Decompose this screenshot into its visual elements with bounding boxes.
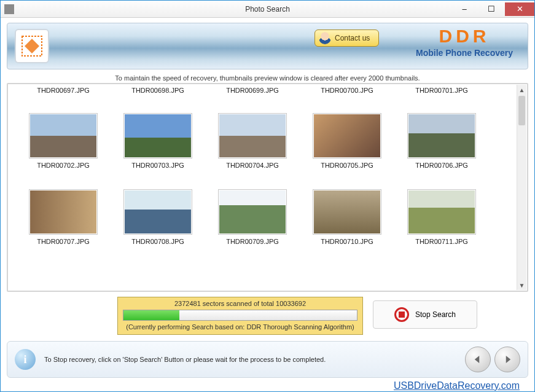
thumbnail-item[interactable]: THDR00702.JPG xyxy=(20,114,106,169)
site-link[interactable]: USBDriveDataRecovery.com xyxy=(7,378,528,391)
thumbnail-image xyxy=(29,114,97,158)
arrow-left-icon xyxy=(472,354,483,365)
thumbnail-item[interactable]: THDR00704.JPG xyxy=(209,114,295,169)
thumbnail-label[interactable]: THDR00697.JPG xyxy=(20,87,106,94)
thumbnail-image xyxy=(408,190,475,234)
thumbnail-item[interactable]: THDR00703.JPG xyxy=(115,114,201,169)
brand-block: DDR Mobile Phone Recovery xyxy=(416,27,513,58)
app-icon xyxy=(4,4,14,14)
thumbnail-label[interactable]: THDR00700.JPG xyxy=(304,87,390,94)
progress-row: 2372481 sectors scanned of total 1003369… xyxy=(7,297,528,335)
titlebar: Photo Search – ☐ ✕ xyxy=(1,1,534,18)
brand-top: DDR xyxy=(416,27,513,45)
footer-hint-text: To Stop recovery, click on 'Stop Search'… xyxy=(44,356,326,363)
stop-search-button[interactable]: Stop Search xyxy=(373,300,477,329)
stop-icon xyxy=(394,307,409,322)
app-logo xyxy=(15,29,49,63)
scrollbar-thumb[interactable] xyxy=(518,96,525,125)
window-title: Photo Search xyxy=(245,5,290,14)
thumbnail-caption: THDR00707.JPG xyxy=(37,238,90,245)
thumbnail-caption: THDR00705.JPG xyxy=(321,162,373,169)
stop-label: Stop Search xyxy=(415,310,456,319)
info-icon: i xyxy=(15,349,36,370)
content-area: Contact us DDR Mobile Phone Recovery To … xyxy=(1,18,534,392)
thumbnail-item[interactable]: THDR00709.JPG xyxy=(209,190,295,245)
thumbnail-image xyxy=(219,190,286,234)
logo-icon xyxy=(21,35,43,57)
thumbnail-caption: THDR00709.JPG xyxy=(226,238,279,245)
contact-us-button[interactable]: Contact us xyxy=(314,29,379,47)
thumbnail-item[interactable]: THDR00711.JPG xyxy=(399,190,485,245)
thumbnail-image xyxy=(29,190,97,234)
thumbnail-item[interactable]: THDR00705.JPG xyxy=(304,114,390,169)
progress-panel: 2372481 sectors scanned of total 1003369… xyxy=(117,297,363,335)
arrow-right-icon xyxy=(502,354,513,365)
thumbnail-label[interactable]: THDR00699.JPG xyxy=(209,87,295,94)
sectors-scanned-text: 2372481 sectors scanned of total 1003369… xyxy=(123,300,357,307)
scroll-up-icon[interactable]: ▲ xyxy=(517,85,526,95)
maximize-button[interactable]: ☐ xyxy=(478,2,505,16)
thumbnail-item[interactable]: THDR00707.JPG xyxy=(20,190,106,245)
close-button[interactable]: ✕ xyxy=(505,2,534,16)
thumbnail-caption: THDR00710.JPG xyxy=(321,238,373,245)
thumbnail-caption: THDR00706.JPG xyxy=(415,162,468,169)
thumbnail-image xyxy=(408,114,475,158)
progress-bar xyxy=(123,310,357,321)
thumbnail-caption: THDR00704.JPG xyxy=(226,162,279,169)
window-buttons: – ☐ ✕ xyxy=(451,2,534,16)
thumbnail-image xyxy=(124,114,192,158)
thumbnail-item[interactable]: THDR00710.JPG xyxy=(304,190,390,245)
thumbnail-image xyxy=(313,114,381,158)
algorithm-text: (Currently performing Search based on: D… xyxy=(123,323,357,331)
minimize-button[interactable]: – xyxy=(451,2,478,16)
thumbnail-caption: THDR00702.JPG xyxy=(37,162,90,169)
thumbnail-caption: THDR00703.JPG xyxy=(131,162,184,169)
thumbnails-grid: THDR00697.JPG THDR00698.JPG THDR00699.JP… xyxy=(7,83,528,292)
thumbnail-caption: THDR00708.JPG xyxy=(131,238,184,245)
thumbnail-item[interactable]: THDR00708.JPG xyxy=(115,190,201,245)
thumbnail-label[interactable]: THDR00698.JPG xyxy=(115,87,201,94)
forward-button[interactable] xyxy=(494,347,520,372)
back-button[interactable] xyxy=(465,347,491,372)
thumbnail-image xyxy=(313,190,381,234)
contact-label: Contact us xyxy=(335,34,370,42)
brand-sub: Mobile Phone Recovery xyxy=(416,48,513,58)
header-banner: Contact us DDR Mobile Phone Recovery xyxy=(7,23,528,69)
notice-text: To maintain the speed of recovery, thumb… xyxy=(7,74,528,82)
progress-fill xyxy=(123,310,179,320)
scrollbar[interactable]: ▲ ▼ xyxy=(517,85,526,290)
thumbnail-item[interactable]: THDR00706.JPG xyxy=(399,114,485,169)
thumbnail-image xyxy=(124,190,192,234)
thumbnail-label[interactable]: THDR00701.JPG xyxy=(399,87,485,94)
nav-arrows xyxy=(465,347,520,372)
thumbnail-image xyxy=(219,114,286,158)
svg-marker-1 xyxy=(25,39,39,53)
thumbnail-caption: THDR00711.JPG xyxy=(415,238,468,245)
contact-avatar-icon xyxy=(319,32,331,44)
footer-bar: i To Stop recovery, click on 'Stop Searc… xyxy=(7,341,528,378)
scroll-down-icon[interactable]: ▼ xyxy=(517,280,526,290)
